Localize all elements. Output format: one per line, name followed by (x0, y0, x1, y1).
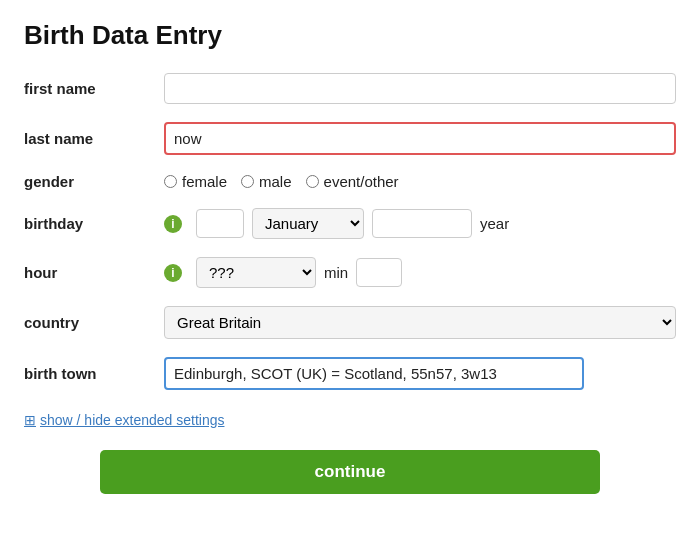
show-hide-text: show / hide extended settings (40, 412, 224, 428)
country-label: country (24, 314, 164, 331)
last-name-row: last name (24, 122, 676, 155)
last-name-input[interactable] (164, 122, 676, 155)
gender-row: gender female male event/other (24, 173, 676, 190)
birthday-year-input[interactable] (372, 209, 472, 238)
birth-town-input[interactable] (164, 357, 584, 390)
birth-town-label: birth town (24, 365, 164, 382)
gender-male-option[interactable]: male (241, 173, 292, 190)
year-label: year (480, 215, 509, 232)
hour-select[interactable]: ??? 00 01 02 03 04 05 06 12 23 (196, 257, 316, 288)
birthday-day-input[interactable] (196, 209, 244, 238)
first-name-label: first name (24, 80, 164, 97)
page-title: Birth Data Entry (24, 20, 676, 51)
birthday-info-icon[interactable]: i (164, 215, 182, 233)
first-name-row: first name (24, 73, 676, 104)
first-name-input[interactable] (164, 73, 676, 104)
birthday-label: birthday (24, 215, 164, 232)
birthday-fields: i January February March April May June … (164, 208, 676, 239)
min-label: min (324, 264, 348, 281)
hour-fields: i ??? 00 01 02 03 04 05 06 12 23 min (164, 257, 676, 288)
gender-other-radio[interactable] (306, 175, 319, 188)
country-row: country Great Britain United States Germ… (24, 306, 676, 339)
gender-other-option[interactable]: event/other (306, 173, 399, 190)
gender-label: gender (24, 173, 164, 190)
gender-female-radio[interactable] (164, 175, 177, 188)
birth-town-row: birth town (24, 357, 676, 390)
gender-other-label: event/other (324, 173, 399, 190)
hour-label: hour (24, 264, 164, 281)
last-name-label: last name (24, 130, 164, 147)
gender-female-option[interactable]: female (164, 173, 227, 190)
gender-male-label: male (259, 173, 292, 190)
birthday-month-select[interactable]: January February March April May June Ju… (252, 208, 364, 239)
gender-female-label: female (182, 173, 227, 190)
country-select[interactable]: Great Britain United States Germany Fran… (164, 306, 676, 339)
continue-button[interactable]: continue (100, 450, 600, 494)
gender-male-radio[interactable] (241, 175, 254, 188)
show-hide-settings[interactable]: ⊞ show / hide extended settings (24, 412, 224, 428)
gender-options: female male event/other (164, 173, 399, 190)
birthday-row: birthday i January February March April … (24, 208, 676, 239)
hour-row: hour i ??? 00 01 02 03 04 05 06 12 23 mi… (24, 257, 676, 288)
show-hide-prefix: ⊞ (24, 412, 36, 428)
min-input[interactable] (356, 258, 402, 287)
hour-info-icon[interactable]: i (164, 264, 182, 282)
